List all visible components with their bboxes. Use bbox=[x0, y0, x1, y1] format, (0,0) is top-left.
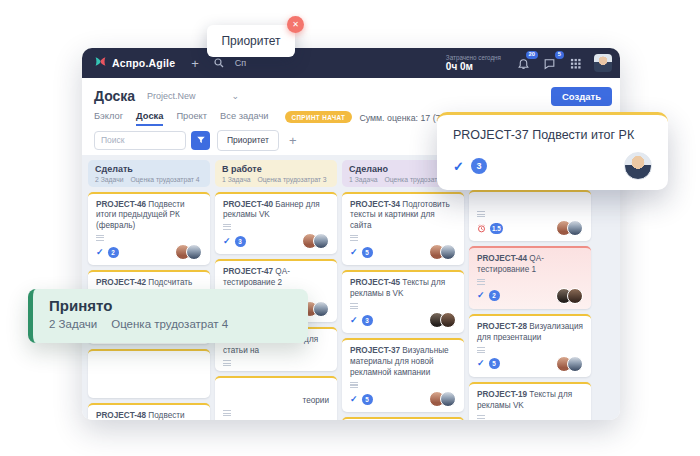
column-task-count: 1 Задача bbox=[349, 176, 377, 183]
task-card[interactable]: PROJECT-23 Итоги РК✓5 bbox=[342, 417, 464, 420]
task-card[interactable]: PROJECT-40 Баннер для рекламы VK✓3 bbox=[215, 192, 337, 255]
overdue-clock-icon bbox=[477, 224, 486, 233]
task-id: PROJECT-19 bbox=[477, 390, 527, 399]
subtask-count-badge: 3 bbox=[362, 315, 373, 326]
task-card[interactable]: теории✓3 bbox=[215, 376, 337, 420]
column-estimate: Оценка трудозатрат 4 bbox=[131, 176, 200, 183]
task-title: PROJECT-45 Тексты для рекламы в VK bbox=[350, 278, 456, 300]
task-meta: ✓3 bbox=[223, 416, 329, 420]
avatar bbox=[567, 356, 583, 372]
close-icon[interactable]: ✕ bbox=[287, 16, 304, 33]
chevron-down-icon: ⌄ bbox=[232, 94, 240, 99]
time-spent-value: 0ч 0м bbox=[446, 61, 501, 73]
task-id: PROJECT-47 bbox=[223, 267, 273, 276]
task-id: PROJECT-44 bbox=[477, 254, 527, 263]
task-id: PROJECT-34 bbox=[350, 200, 400, 209]
task-card[interactable]: PROJECT-34 Подготовить тексты и картинки… bbox=[342, 192, 464, 266]
column-header[interactable]: В работе1 ЗадачаОценка трудозатрат 3 bbox=[215, 160, 337, 187]
check-icon: ✓ bbox=[350, 395, 358, 404]
accepted-column-callout: Принято 2 Задачи Оценка трудозатрат 4 bbox=[28, 289, 308, 343]
notifications-bell-icon[interactable]: 20 bbox=[516, 56, 531, 71]
avatar bbox=[313, 419, 329, 420]
task-id: PROJECT-45 bbox=[350, 278, 400, 287]
task-title: PROJECT-40 Баннер для рекламы VK bbox=[223, 200, 329, 222]
messages-badge: 5 bbox=[555, 51, 564, 60]
tab-Все задачи[interactable]: Все задачи bbox=[220, 111, 268, 126]
task-title: PROJECT-28 Визуализация для презентации bbox=[477, 322, 583, 344]
task-id: PROJECT-37 bbox=[350, 346, 400, 355]
time-badge: 1.5 bbox=[490, 223, 503, 234]
search-input[interactable] bbox=[94, 131, 186, 150]
apps-grid-icon[interactable] bbox=[568, 56, 583, 71]
add-filter-button[interactable]: + bbox=[289, 134, 297, 147]
assignee-avatars bbox=[555, 356, 583, 372]
accepted-meta: 2 Задачи Оценка трудозатрат 4 bbox=[49, 318, 292, 330]
task-card[interactable]: PROJECT-19 Тексты для рекламы VK✓5 bbox=[469, 382, 591, 420]
avatar bbox=[313, 301, 329, 317]
check-icon: ✓ bbox=[477, 359, 485, 368]
task-id: PROJECT-48 bbox=[96, 411, 146, 420]
column-title: В работе bbox=[222, 164, 330, 174]
avatar bbox=[440, 391, 456, 407]
board-column: Сделать2 ЗадачиОценка трудозатрат 4PROJE… bbox=[88, 160, 210, 415]
task-id: PROJECT-40 bbox=[223, 200, 273, 209]
subtask-count-badge: 2 bbox=[489, 290, 500, 301]
task-card[interactable] bbox=[88, 349, 210, 398]
column-estimate: Оценка трудозатрат 3 bbox=[257, 176, 326, 183]
task-detail-meta: ✓ 3 bbox=[453, 152, 652, 180]
board-column: 1.5PROJECT-44 QA-тестирование 1✓2PROJECT… bbox=[469, 160, 591, 415]
column-meta: 1 ЗадачаОценка трудозатрат 3 bbox=[222, 176, 330, 183]
task-detail-popup[interactable]: PROJECT-37 Подвести итог РК ✓ 3 bbox=[437, 112, 668, 190]
check-icon: ✓ bbox=[453, 159, 464, 174]
avatar bbox=[567, 288, 583, 304]
task-title: PROJECT-19 Тексты для рекламы VK bbox=[477, 390, 583, 412]
nav-item-truncated[interactable]: Сп bbox=[235, 58, 246, 68]
time-spent: Затрачено сегодня 0ч 0м bbox=[446, 54, 501, 73]
task-title: PROJECT-46 Подвести итоги предыдущей РК … bbox=[96, 200, 202, 233]
avatar bbox=[186, 244, 202, 260]
task-card[interactable]: PROJECT-44 QA-тестирование 1✓2 bbox=[469, 246, 591, 309]
tabs: БэклогДоскаПроектВсе задачи bbox=[94, 111, 269, 126]
time-spent-label: Затрачено сегодня bbox=[446, 54, 501, 61]
sprint-status-badge: СПРИНТ НАЧАТ bbox=[285, 111, 353, 123]
create-plus-icon[interactable]: + bbox=[191, 57, 199, 70]
accepted-estimate: Оценка трудозатрат 4 bbox=[111, 318, 228, 330]
priority-filter-chip[interactable]: Приоритет bbox=[217, 130, 279, 151]
assignee-avatars bbox=[301, 419, 329, 420]
assignee-avatars bbox=[428, 244, 456, 260]
task-card[interactable]: PROJECT-37 Визуальные материалы для ново… bbox=[342, 338, 464, 412]
tab-Проект[interactable]: Проект bbox=[176, 111, 207, 126]
task-title: PROJECT-34 Подготовить тексты и картинки… bbox=[350, 200, 456, 233]
tab-Бэклог[interactable]: Бэклог bbox=[94, 111, 123, 126]
tab-Доска[interactable]: Доска bbox=[136, 111, 163, 126]
task-card[interactable]: PROJECT-45 Тексты для рекламы в VK✓3 bbox=[342, 270, 464, 333]
column-header[interactable]: Сделать2 ЗадачиОценка трудозатрат 4 bbox=[88, 160, 210, 187]
app-logo[interactable]: Аспро.Agile bbox=[94, 54, 175, 72]
board: Сделать2 ЗадачиОценка трудозатрат 4PROJE… bbox=[82, 155, 620, 420]
task-card[interactable]: PROJECT-28 Визуализация для презентации✓… bbox=[469, 314, 591, 377]
subtask-count-badge: 5 bbox=[489, 358, 500, 369]
task-title: PROJECT-47 QA-тестирование 2 bbox=[223, 267, 329, 289]
project-select[interactable]: Project.New ⌄ bbox=[147, 91, 239, 101]
task-id: PROJECT-46 bbox=[96, 200, 146, 209]
create-button[interactable]: Создать bbox=[551, 87, 612, 106]
screenshot-canvas: Аспро.Agile + Сп Затрачено сегодня 0ч 0м… bbox=[0, 0, 700, 456]
check-icon: ✓ bbox=[96, 248, 104, 257]
task-card[interactable]: 1.5 bbox=[469, 190, 591, 241]
subtask-count-badge: 2 bbox=[108, 247, 119, 258]
subtask-count-badge: 5 bbox=[362, 247, 373, 258]
messages-icon[interactable]: 5 bbox=[542, 56, 557, 71]
task-card[interactable]: PROJECT-48 Подвести итоги РК✓2 bbox=[88, 403, 210, 420]
avatar bbox=[313, 233, 329, 249]
description-icon bbox=[223, 360, 231, 366]
search-icon[interactable] bbox=[213, 57, 225, 69]
task-title: теории bbox=[223, 396, 329, 407]
app-name: Аспро.Agile bbox=[112, 57, 175, 69]
notifications-badge: 20 bbox=[526, 51, 538, 60]
assignee-avatars bbox=[428, 391, 456, 407]
assignee-avatars bbox=[555, 220, 583, 236]
user-avatar[interactable] bbox=[594, 54, 612, 72]
project-select-value: Project.New bbox=[147, 91, 196, 101]
filter-button[interactable] bbox=[191, 131, 210, 150]
task-card[interactable]: PROJECT-46 Подвести итоги предыдущей РК … bbox=[88, 192, 210, 266]
